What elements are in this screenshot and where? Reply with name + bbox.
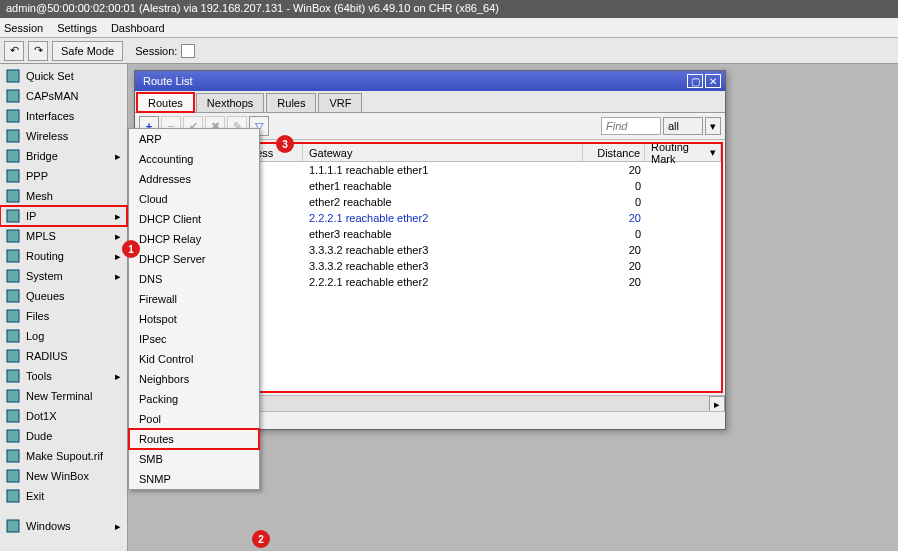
sidebar-item-log[interactable]: Log: [0, 326, 127, 346]
svg-rect-8: [7, 230, 19, 242]
supout-icon: [6, 449, 20, 463]
cell-distance: 20: [583, 162, 645, 178]
filter-all-select[interactable]: all: [663, 117, 703, 135]
sidebar-item-wireless[interactable]: Wireless: [0, 126, 127, 146]
submenu-item-ipsec[interactable]: IPsec: [129, 329, 259, 349]
sidebar-item-quick-set[interactable]: Quick Set: [0, 66, 127, 86]
col-gateway[interactable]: Gateway: [303, 144, 583, 161]
sidebar-item-make-supout-rif[interactable]: Make Supout.rif: [0, 446, 127, 466]
sidebar-item-tools[interactable]: Tools▸: [0, 366, 127, 386]
svg-rect-15: [7, 370, 19, 382]
submenu-item-dns[interactable]: DNS: [129, 269, 259, 289]
menu-dashboard[interactable]: Dashboard: [111, 22, 165, 34]
submenu-item-addresses[interactable]: Addresses: [129, 169, 259, 189]
menu-settings[interactable]: Settings: [57, 22, 97, 34]
windows-icon: [6, 519, 20, 533]
undo-button[interactable]: ↶: [4, 41, 24, 61]
tab-rules[interactable]: Rules: [266, 93, 316, 112]
sidebar-item-windows[interactable]: Windows▸: [0, 516, 127, 536]
svg-rect-9: [7, 250, 19, 262]
sidebar-item-label: Wireless: [26, 130, 68, 142]
app-toolbar: ↶ ↷ Safe Mode Session:: [0, 38, 898, 64]
tab-vrf[interactable]: VRF: [318, 93, 362, 112]
sidebar-item-interfaces[interactable]: Interfaces: [0, 106, 127, 126]
session-box[interactable]: [181, 44, 195, 58]
submenu-item-smb[interactable]: SMB: [129, 449, 259, 469]
sidebar-item-ppp[interactable]: PPP: [0, 166, 127, 186]
find-input[interactable]: [601, 117, 661, 135]
col-routing-mark[interactable]: Routing Mark ▾: [645, 144, 721, 161]
sidebar-item-label: IP: [26, 210, 36, 222]
sidebar-item-ip[interactable]: IP▸: [0, 206, 127, 226]
sidebar-item-mesh[interactable]: Mesh: [0, 186, 127, 206]
sidebar-item-capsman[interactable]: CAPsMAN: [0, 86, 127, 106]
window-minimize-icon[interactable]: ▢: [687, 74, 703, 88]
cell-gateway: ether1 reachable: [303, 178, 583, 194]
svg-rect-11: [7, 290, 19, 302]
sidebar-item-label: Make Supout.rif: [26, 450, 103, 462]
submenu-item-cloud[interactable]: Cloud: [129, 189, 259, 209]
newwinbox-icon: [6, 469, 20, 483]
submenu-item-routes[interactable]: Routes: [129, 429, 259, 449]
submenu-item-pool[interactable]: Pool: [129, 409, 259, 429]
submenu-item-arp[interactable]: ARP: [129, 129, 259, 149]
menu-session[interactable]: Session: [4, 22, 43, 34]
sidebar-item-label: Exit: [26, 490, 44, 502]
sidebar-item-new-winbox[interactable]: New WinBox: [0, 466, 127, 486]
sidebar-item-label: Tools: [26, 370, 52, 382]
cell-distance: 20: [583, 274, 645, 290]
annotation-badge-3: 3: [276, 135, 294, 153]
scroll-right-icon[interactable]: ▸: [709, 396, 725, 412]
sidebar-item-label: Mesh: [26, 190, 53, 202]
submenu-item-neighbors[interactable]: Neighbors: [129, 369, 259, 389]
submenu-item-accounting[interactable]: Accounting: [129, 149, 259, 169]
window-titlebar[interactable]: Route List ▢ ✕: [135, 71, 725, 91]
cell-gateway: 3.3.3.2 reachable ether3: [303, 242, 583, 258]
sidebar-item-label: Windows: [26, 520, 71, 532]
submenu-item-firewall[interactable]: Firewall: [129, 289, 259, 309]
sidebar-item-mpls[interactable]: MPLS▸: [0, 226, 127, 246]
submenu-item-packing[interactable]: Packing: [129, 389, 259, 409]
interfaces-icon: [6, 109, 20, 123]
sidebar-item-label: Files: [26, 310, 49, 322]
cell-distance: 20: [583, 242, 645, 258]
sidebar-item-label: Routing: [26, 250, 64, 262]
tab-nexthops[interactable]: Nexthops: [196, 93, 264, 112]
log-icon: [6, 329, 20, 343]
svg-rect-2: [7, 110, 19, 122]
chevron-right-icon: ▸: [115, 250, 121, 263]
submenu-item-hotspot[interactable]: Hotspot: [129, 309, 259, 329]
cell-gateway: ether2 reachable: [303, 194, 583, 210]
mpls-icon: [6, 229, 20, 243]
safe-mode-button[interactable]: Safe Mode: [52, 41, 123, 61]
sidebar-item-new-terminal[interactable]: New Terminal: [0, 386, 127, 406]
sidebar-item-files[interactable]: Files: [0, 306, 127, 326]
svg-rect-20: [7, 470, 19, 482]
submenu-item-dhcp-relay[interactable]: DHCP Relay: [129, 229, 259, 249]
submenu-item-kid-control[interactable]: Kid Control: [129, 349, 259, 369]
submenu-item-dhcp-server[interactable]: DHCP Server: [129, 249, 259, 269]
sidebar-item-queues[interactable]: Queues: [0, 286, 127, 306]
sidebar-item-dot1x[interactable]: Dot1X: [0, 406, 127, 426]
col-distance[interactable]: Distance: [583, 144, 645, 161]
sidebar-item-exit[interactable]: Exit: [0, 486, 127, 506]
window-close-icon[interactable]: ✕: [705, 74, 721, 88]
svg-rect-1: [7, 90, 19, 102]
svg-rect-16: [7, 390, 19, 402]
filter-dropdown-icon[interactable]: ▾: [705, 117, 721, 135]
sidebar-item-routing[interactable]: Routing▸: [0, 246, 127, 266]
wireless-icon: [6, 129, 20, 143]
tab-routes[interactable]: Routes: [137, 93, 194, 112]
chevron-right-icon: ▸: [115, 370, 121, 383]
sidebar-item-dude[interactable]: Dude: [0, 426, 127, 446]
redo-button[interactable]: ↷: [28, 41, 48, 61]
cell-distance: 20: [583, 210, 645, 226]
caps-icon: [6, 89, 20, 103]
sidebar-item-bridge[interactable]: Bridge▸: [0, 146, 127, 166]
svg-rect-6: [7, 190, 19, 202]
submenu-item-dhcp-client[interactable]: DHCP Client: [129, 209, 259, 229]
sidebar-item-radius[interactable]: RADIUS: [0, 346, 127, 366]
sidebar-item-system[interactable]: System▸: [0, 266, 127, 286]
submenu-item-snmp[interactable]: SNMP: [129, 469, 259, 489]
sidebar-item-label: Queues: [26, 290, 65, 302]
